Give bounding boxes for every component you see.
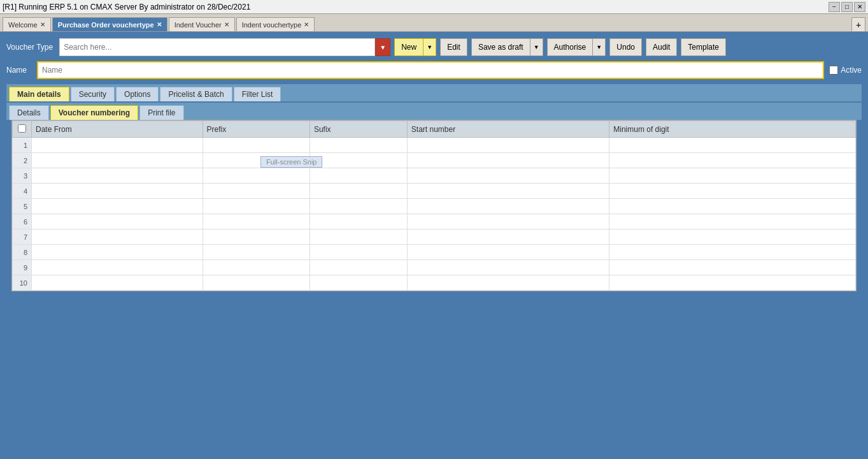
cell-prefix[interactable] [203,184,309,199]
cell-min-digit[interactable] [609,214,856,229]
maximize-button[interactable]: □ [841,2,853,12]
cell-prefix[interactable] [203,138,309,153]
cell-start-number[interactable] [407,199,609,214]
cell-min-digit[interactable] [609,138,856,153]
edit-button[interactable]: Edit [440,38,467,56]
cell-date-from[interactable] [32,199,203,214]
title-text: [R1] Running ERP 5.1 on CMAX Server By a… [3,3,250,11]
cell-date-from[interactable] [32,214,203,229]
name-input[interactable] [37,61,824,79]
cell-date-from[interactable] [32,260,203,275]
cell-sufix[interactable] [309,260,407,275]
cell-sufix[interactable] [309,229,407,245]
tab-purchase-order-label: Purchase Order vouchertype [58,21,154,29]
cell-start-number[interactable] [407,184,609,199]
cell-sufix[interactable] [309,214,407,229]
audit-button[interactable]: Audit [646,38,677,56]
template-button[interactable]: Template [681,38,726,56]
cell-prefix[interactable] [203,153,309,168]
undo-button[interactable]: Undo [609,38,642,56]
tab-filter-list[interactable]: Filter List [234,87,281,101]
tab-indent-voucher[interactable]: Indent Voucher ✕ [169,17,235,31]
search-container: ▼ [59,38,390,56]
cell-min-digit[interactable] [609,199,856,214]
cell-prefix[interactable] [203,214,309,229]
cell-prefix[interactable] [203,199,309,214]
tab-indent-voucher-label: Indent Voucher [174,21,222,29]
cell-date-from[interactable] [32,153,203,168]
cell-date-from[interactable] [32,138,203,153]
add-tab-button[interactable]: + [851,17,865,31]
close-button[interactable]: ✕ [854,2,865,12]
active-checkbox[interactable]: ✓ [829,66,838,75]
tab-main-details[interactable]: Main details [9,87,69,101]
tab-welcome[interactable]: Welcome ✕ [3,17,51,31]
cell-min-digit[interactable] [609,275,856,291]
minimize-button[interactable]: − [829,2,840,12]
table-wrapper: Date From Prefix Sufix Start number Mini… [11,120,857,291]
cell-sufix[interactable] [309,275,407,291]
cell-sufix[interactable] [309,199,407,214]
title-bar: [R1] Running ERP 5.1 on CMAX Server By a… [0,0,868,14]
cell-min-digit[interactable] [609,245,856,260]
tab-welcome-close[interactable]: ✕ [40,22,45,28]
cell-min-digit[interactable] [609,229,856,245]
cell-prefix[interactable] [203,275,309,291]
cell-min-digit[interactable] [609,184,856,199]
active-label: Active [841,66,862,75]
cell-sufix[interactable] [309,153,407,168]
cell-min-digit[interactable] [609,168,856,184]
tab-indent-vouchertype-close[interactable]: ✕ [304,22,309,28]
cell-date-from[interactable] [32,245,203,260]
cell-sufix[interactable] [309,184,407,199]
search-input[interactable] [59,38,375,56]
sub-tab-voucher-numbering[interactable]: Voucher numbering [50,105,138,120]
search-dropdown-button[interactable]: ▼ [375,38,390,56]
tab-pricelist-batch[interactable]: Pricelist & Batch [160,87,232,101]
cell-start-number[interactable] [407,229,609,245]
cell-prefix[interactable] [203,245,309,260]
authorise-arrow[interactable]: ▼ [593,38,606,56]
tab-security[interactable]: Security [71,87,115,101]
cell-date-from[interactable] [32,168,203,184]
cell-date-from[interactable] [32,275,203,291]
cell-start-number[interactable] [407,245,609,260]
cell-prefix[interactable] [203,168,309,184]
tab-purchase-order-close[interactable]: ✕ [157,22,162,28]
sub-tab-details[interactable]: Details [9,105,49,120]
cell-prefix[interactable] [203,229,309,245]
new-dropdown-arrow[interactable]: ▼ [423,38,436,56]
tab-indent-vouchertype[interactable]: Indent vouchertype ✕ [236,17,315,31]
sub-tab-print-file[interactable]: Print file [139,105,183,120]
tab-purchase-order[interactable]: Purchase Order vouchertype ✕ [52,17,167,31]
cell-start-number[interactable] [407,260,609,275]
main-tab-nav: Main details Security Options Pricelist … [6,84,862,101]
tab-options[interactable]: Options [116,87,159,101]
main-content: Voucher Type ▼ New ▼ Edit Save as draft … [0,32,868,459]
cell-start-number[interactable] [407,153,609,168]
cell-start-number[interactable] [407,214,609,229]
table-row: 10 [13,275,856,291]
cell-start-number[interactable] [407,275,609,291]
new-button[interactable]: New [394,38,423,56]
col-date-from: Date From [32,121,203,138]
cell-start-number[interactable] [407,138,609,153]
tab-filter-list-label: Filter List [242,90,273,99]
row-number: 4 [13,184,32,199]
table-row: 3 [13,168,856,184]
cell-date-from[interactable] [32,184,203,199]
cell-sufix[interactable] [309,245,407,260]
cell-min-digit[interactable] [609,260,856,275]
cell-sufix[interactable] [309,168,407,184]
save-as-draft-button[interactable]: Save as draft [471,38,530,56]
cell-sufix[interactable] [309,138,407,153]
authorise-button[interactable]: Authorise [547,38,594,56]
cell-min-digit[interactable] [609,153,856,168]
dropdown-arrow-icon: ▼ [380,44,386,51]
select-all-checkbox[interactable] [18,124,26,133]
cell-prefix[interactable] [203,260,309,275]
save-draft-arrow[interactable]: ▼ [530,38,543,56]
cell-date-from[interactable] [32,229,203,245]
cell-start-number[interactable] [407,168,609,184]
tab-indent-voucher-close[interactable]: ✕ [224,22,229,28]
